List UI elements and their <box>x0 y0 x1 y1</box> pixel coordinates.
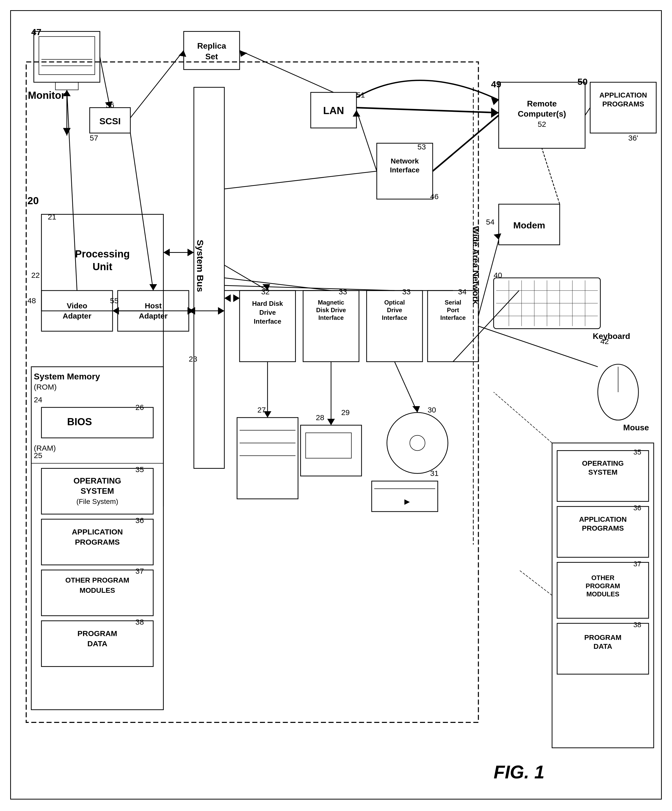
app-remote-label-2: PROGRAMS <box>602 100 644 108</box>
prog-data-label-2: DATA <box>87 640 107 648</box>
lan-to-replica-line <box>239 51 334 92</box>
serial-label-2: Port <box>447 307 459 314</box>
serial-label-1: Serial <box>445 299 461 306</box>
host-adapter-label-1: Host <box>145 302 161 310</box>
scsi-label: SCSI <box>99 116 121 126</box>
bios-label: BIOS <box>67 416 92 427</box>
ref-28: 28 <box>316 413 324 422</box>
bus-to-opt-line <box>224 285 394 290</box>
serial-to-keyboard-line <box>453 290 519 361</box>
system-memory-rom: (ROM) <box>34 383 57 391</box>
ref-26: 26 <box>136 403 144 411</box>
ref-32: 32 <box>261 287 270 296</box>
mouse-label: Mouse <box>623 423 649 432</box>
optical-label-1: Optical <box>384 299 405 306</box>
pu-bus-arrow-r <box>187 249 194 256</box>
system-memory-label: System Memory <box>34 372 100 381</box>
right-ref-37: 37 <box>633 560 641 568</box>
hdd-drive-box <box>237 417 298 499</box>
ref-38a: 38 <box>136 618 144 626</box>
hdd-label-2: Drive <box>259 309 276 316</box>
ref-34: 34 <box>458 287 467 296</box>
ref-46: 46 <box>430 192 438 201</box>
magnetic-label-2: Disk Drive <box>316 307 346 314</box>
ref-31: 31 <box>430 469 438 477</box>
ref-21: 21 <box>48 213 56 221</box>
ref-57: 57 <box>90 134 98 142</box>
monitor-screen <box>39 36 95 75</box>
ref-50: 50 <box>577 76 588 87</box>
lan-curve-arrow <box>356 80 499 100</box>
right-app-label-1: APPLICATION <box>579 516 627 523</box>
optical-disc-inner <box>410 435 425 451</box>
scsi-host-arrow <box>149 284 157 290</box>
right-os-label-1: OPERATING <box>582 459 624 467</box>
ref-54: 54 <box>486 218 494 226</box>
ref-49: 49 <box>491 79 501 89</box>
remote-label-3: 52 <box>538 120 546 128</box>
network-to-lan-line <box>356 110 377 171</box>
scsi-to-replica-line <box>131 51 184 118</box>
net-to-remote-line <box>433 115 499 171</box>
hdd-label-3: Interface <box>254 318 282 325</box>
magnetic-label-1: Magnetic <box>318 299 344 306</box>
right-os-label-2: SYSTEM <box>588 468 618 476</box>
lan-to-remote-line <box>356 108 499 113</box>
ref-55: 55 <box>110 296 119 305</box>
optical-label-2: Drive <box>387 307 402 314</box>
modem-label: Modem <box>513 220 545 231</box>
video-bus-arrow-l <box>112 307 119 315</box>
host-bus-arrow-r <box>218 307 224 315</box>
ref-20: 20 <box>27 195 39 206</box>
ref-37a: 37 <box>136 567 144 575</box>
ref-36prime: 36' <box>628 134 638 142</box>
optical-drive-box <box>372 481 438 512</box>
ref-30: 30 <box>428 406 436 414</box>
os-label-3: (File System) <box>76 497 118 506</box>
ref-53: 53 <box>417 143 426 151</box>
ram-label: (RAM) <box>34 444 56 452</box>
bus-to-mag-line <box>224 278 331 290</box>
right-ref-36: 36 <box>633 504 641 512</box>
keyboard-label: Keyboard <box>593 331 630 341</box>
right-app-label-2: PROGRAMS <box>582 524 624 532</box>
hdd-bus-arrowhead <box>233 294 239 302</box>
diagram-container: FIG. 1 20 System Memory (ROM) 24 BIOS 26… <box>10 10 662 799</box>
monitor-base <box>56 82 78 90</box>
right-ref-35: 35 <box>633 448 641 456</box>
right-col-dashed <box>494 392 552 443</box>
remote-to-app-line <box>585 108 590 115</box>
scsi-to-host-line <box>131 133 153 291</box>
system-bus-label: System Bus <box>195 240 205 292</box>
hdd-to-drive-arrow <box>264 411 272 417</box>
processing-unit-label-1: Processing <box>75 248 130 260</box>
app-label-1: APPLICATION <box>72 528 123 536</box>
modem-to-remote-line <box>542 148 560 204</box>
replica-set-label-1: Replica <box>197 41 226 51</box>
network-label-2: Interface <box>390 166 419 174</box>
serial-label-3: Interface <box>440 314 466 321</box>
network-label-1: Network <box>390 157 419 165</box>
right-prog-label-2: DATA <box>594 643 612 650</box>
ref-35: 35 <box>136 465 144 473</box>
right-prog-label-1: PROGRAM <box>584 633 621 641</box>
hdd-label-1: Hard Disk <box>252 300 283 307</box>
video-bus-arrow-r <box>187 307 194 315</box>
pu-bus-arrow-l <box>163 249 170 256</box>
other-label-1: OTHER PROGRAM <box>65 576 129 584</box>
monitor-to-scsi <box>100 57 110 108</box>
floppy-inner <box>305 433 351 458</box>
right-other-label-1: OTHER <box>591 574 614 581</box>
figure-label: FIG. 1 <box>494 762 545 782</box>
processing-unit-label-2: Unit <box>92 261 112 272</box>
video-adapter-label-2: Adapter <box>63 312 92 320</box>
ref-25: 25 <box>34 451 42 460</box>
lan-label: LAN <box>323 105 344 116</box>
other-label-2: MODULES <box>80 586 115 594</box>
bus-hdd-arrowhead <box>224 294 231 302</box>
ref-27: 27 <box>258 406 266 414</box>
replica-set-label-2: Set <box>205 52 218 61</box>
network-lan-arrow <box>353 110 360 117</box>
video-adapter-label-1: Video <box>67 302 87 310</box>
optical-drive-label: ▶ <box>404 497 410 506</box>
